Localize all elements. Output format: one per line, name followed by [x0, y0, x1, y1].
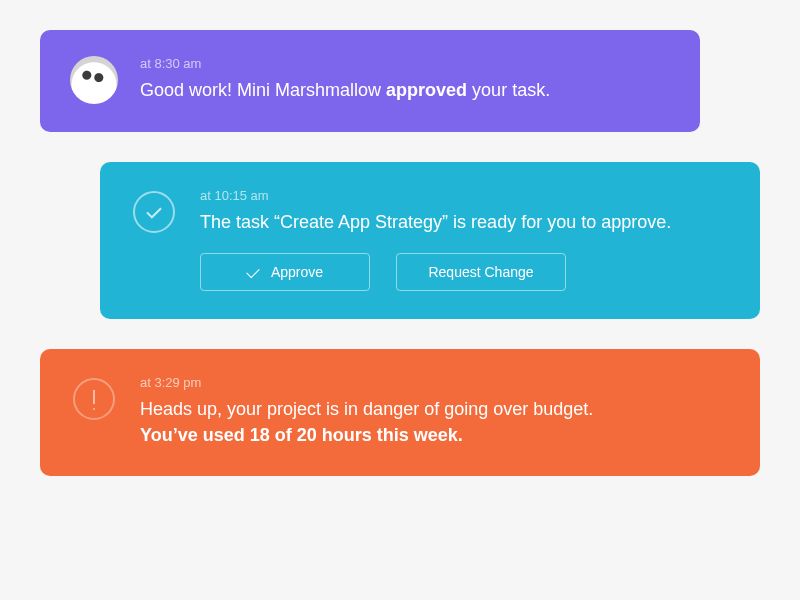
- check-icon: [130, 188, 178, 236]
- message: Good work! Mini Marshmallow approved you…: [140, 77, 670, 103]
- notification-content: at 3:29 pm Heads up, your project is in …: [140, 375, 730, 448]
- message-part: Good work! Mini Marshmallow: [140, 80, 386, 100]
- message-bold: approved: [386, 80, 467, 100]
- notification-warning: at 3:29 pm Heads up, your project is in …: [40, 349, 760, 476]
- message-line: Heads up, your project is in danger of g…: [140, 399, 593, 419]
- request-change-button[interactable]: Request Change: [396, 253, 566, 291]
- notification-content: at 8:30 am Good work! Mini Marshmallow a…: [140, 56, 670, 103]
- message-bold: You’ve used 18 of 20 hours this week.: [140, 425, 463, 445]
- alert-icon: [70, 375, 118, 423]
- timestamp: at 10:15 am: [200, 188, 730, 203]
- timestamp: at 8:30 am: [140, 56, 670, 71]
- avatar-image: [70, 56, 118, 104]
- check-icon: [246, 264, 259, 277]
- notification-approved: at 8:30 am Good work! Mini Marshmallow a…: [40, 30, 700, 132]
- timestamp: at 3:29 pm: [140, 375, 730, 390]
- button-label: Request Change: [428, 264, 533, 280]
- message: The task “Create App Strategy” is ready …: [200, 209, 730, 235]
- approve-button[interactable]: Approve: [200, 253, 370, 291]
- button-label: Approve: [271, 264, 323, 280]
- message-part: your task.: [467, 80, 550, 100]
- actions: Approve Request Change: [200, 253, 730, 291]
- avatar: [70, 56, 118, 104]
- notification-content: at 10:15 am The task “Create App Strateg…: [200, 188, 730, 291]
- notification-pending-approval: at 10:15 am The task “Create App Strateg…: [100, 162, 760, 319]
- message: Heads up, your project is in danger of g…: [140, 396, 730, 448]
